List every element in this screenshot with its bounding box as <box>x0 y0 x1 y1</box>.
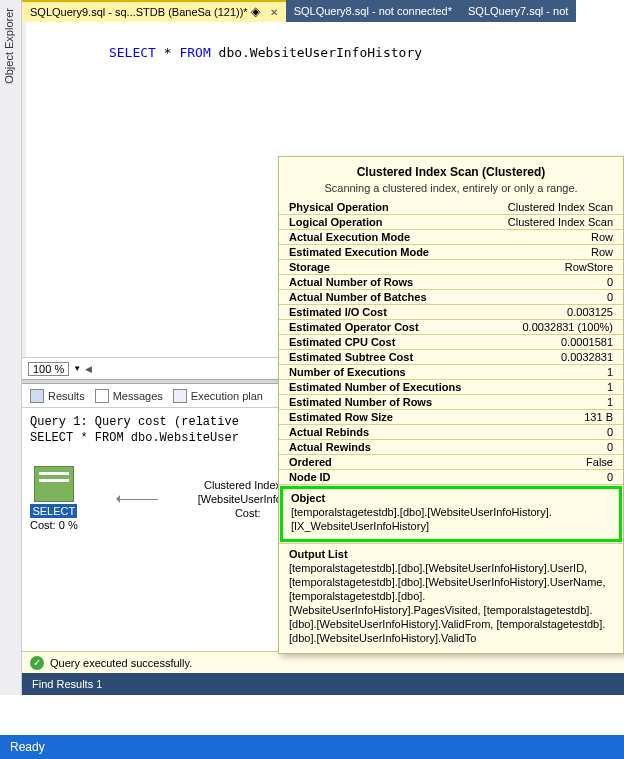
tooltip-row: Actual Execution ModeRow <box>279 230 623 245</box>
find-results-bar[interactable]: Find Results 1 <box>22 673 624 695</box>
op-select-cost: Cost: 0 % <box>30 519 78 531</box>
tooltip-output-title: Output List <box>289 548 613 560</box>
tooltip-object-section: Object [temporalstagetestdb].[dbo].[Webs… <box>281 487 621 541</box>
status-text: Query executed successfully. <box>50 657 192 669</box>
kw-select: SELECT <box>109 45 156 60</box>
tooltip-row: Actual Rewinds0 <box>279 440 623 455</box>
tooltip-row: Logical OperationClustered Index Scan <box>279 215 623 230</box>
ready-statusbar: Ready <box>0 735 624 759</box>
plan-arrow <box>118 499 158 500</box>
tab-label: SQLQuery8.sql - not connected* <box>294 5 452 17</box>
tooltip-row: Estimated CPU Cost0.0001581 <box>279 335 623 350</box>
kw-from: FROM <box>179 45 210 60</box>
tab-label: SQLQuery7.sql - not <box>468 5 568 17</box>
tooltip-row: Estimated Number of Executions1 <box>279 380 623 395</box>
tooltip-row: Actual Number of Batches0 <box>279 290 623 305</box>
grid-icon <box>30 389 44 403</box>
tooltip-output-section: Output List [temporalstagetestdb].[dbo].… <box>279 543 623 653</box>
tooltip-row: Estimated Subtree Cost0.0032831 <box>279 350 623 365</box>
plan-icon <box>173 389 187 403</box>
ready-label: Ready <box>10 740 45 754</box>
object-explorer-label: Object Explorer <box>0 0 18 92</box>
tooltip-row: Physical OperationClustered Index Scan <box>279 200 623 215</box>
tab-messages[interactable]: Messages <box>95 389 163 403</box>
tab-query7[interactable]: SQLQuery7.sql - not <box>460 0 576 22</box>
document-tabs: SQLQuery9.sql - sq...STDB (BaneSa (121))… <box>22 0 624 22</box>
tooltip-row: Actual Rebinds0 <box>279 425 623 440</box>
tooltip-row: Number of Executions1 <box>279 365 623 380</box>
zoom-dropdown-icon[interactable]: ▼ <box>73 364 81 373</box>
tab-query9[interactable]: SQLQuery9.sql - sq...STDB (BaneSa (121))… <box>22 0 286 22</box>
tooltip-row: StorageRowStore <box>279 260 623 275</box>
find-results-label: Find Results 1 <box>32 678 102 690</box>
close-icon[interactable]: ✕ <box>270 7 278 18</box>
tooltip-title: Clustered Index Scan (Clustered) <box>289 165 613 179</box>
tooltip-row: Estimated Number of Rows1 <box>279 395 623 410</box>
tooltip-row: Estimated Row Size131 B <box>279 410 623 425</box>
tooltip-row: Estimated Operator Cost0.0032831 (100%) <box>279 320 623 335</box>
tab-query8[interactable]: SQLQuery8.sql - not connected* <box>286 0 460 22</box>
select-op-icon <box>34 466 74 502</box>
tooltip-row: Estimated I/O Cost0.003125 <box>279 305 623 320</box>
success-icon: ✓ <box>30 656 44 670</box>
pin-icon[interactable]: ▣ <box>250 5 264 19</box>
messages-icon <box>95 389 109 403</box>
tab-execution-plan[interactable]: Execution plan <box>173 389 263 403</box>
status-bar: ✓ Query executed successfully. <box>22 651 624 673</box>
tooltip-object-title: Object <box>291 492 611 504</box>
zoom-select[interactable]: 100 % <box>28 362 69 376</box>
operator-tooltip: Clustered Index Scan (Clustered) Scannin… <box>278 156 624 654</box>
tab-label: SQLQuery9.sql - sq...STDB (BaneSa (121))… <box>30 6 248 18</box>
tooltip-row: Actual Number of Rows0 <box>279 275 623 290</box>
tab-results[interactable]: Results <box>30 389 85 403</box>
object-explorer-panel[interactable]: Object Explorer <box>0 0 22 695</box>
op-select-label: SELECT <box>30 504 77 518</box>
tooltip-row: Node ID0 <box>279 470 623 485</box>
tooltip-properties: Physical OperationClustered Index ScanLo… <box>279 200 623 485</box>
tooltip-row: OrderedFalse <box>279 455 623 470</box>
tooltip-output-body: [temporalstagetestdb].[dbo].[WebsiteUser… <box>289 561 613 645</box>
tooltip-object-body: [temporalstagetestdb].[dbo].[WebsiteUser… <box>291 505 611 533</box>
nav-left-icon[interactable]: ◀ <box>85 364 92 374</box>
tooltip-desc: Scanning a clustered index, entirely or … <box>289 182 613 194</box>
plan-op-select[interactable]: SELECT Cost: 0 % <box>30 466 78 532</box>
tooltip-row: Estimated Execution ModeRow <box>279 245 623 260</box>
